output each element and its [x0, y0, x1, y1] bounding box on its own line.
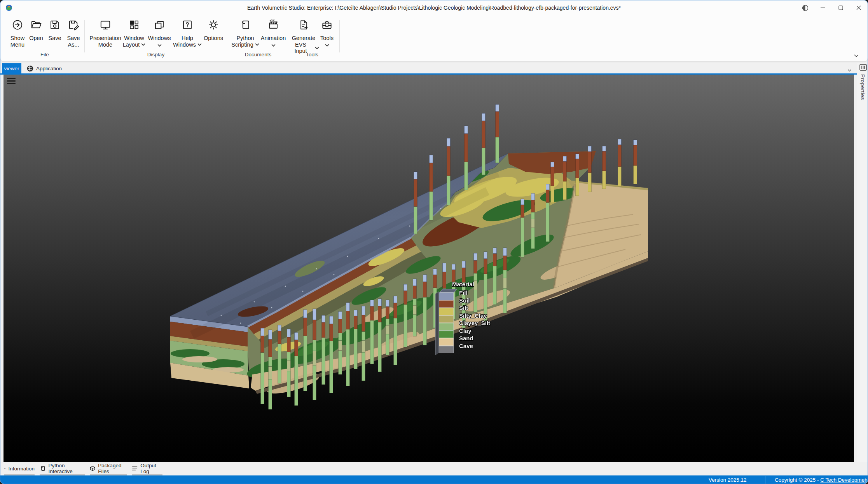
viewer-menu-button[interactable]	[7, 78, 16, 84]
presentation-mode-button[interactable]: PresentationMode	[89, 17, 122, 52]
material-legend: Material Fill Soil Silt	[439, 281, 497, 353]
dropdown-chevron-icon	[255, 43, 259, 46]
legend-cube-silty-clay	[439, 315, 454, 323]
generate-evs-input-button[interactable]: GenerateEVS Input	[288, 17, 319, 52]
tab-output-log[interactable]: Output Log	[132, 463, 162, 474]
status-divider	[765, 476, 765, 484]
ribbon-group-display: Display	[147, 52, 164, 57]
toolbox-icon	[317, 19, 337, 33]
ribbon-separator	[84, 20, 85, 52]
globe-icon	[27, 65, 33, 72]
company-link[interactable]: C Tech Development Corporation	[820, 477, 868, 483]
copyright-text: Copyright © 2025 - C Tech Development Co…	[775, 475, 868, 484]
legend-cube-soil	[439, 300, 454, 308]
tab-python-interactive[interactable]: Python Interactive	[40, 463, 85, 474]
resize-grip[interactable]	[862, 478, 866, 484]
ribbon-group-file: File	[40, 52, 49, 57]
python-scripting-button[interactable]: PythonScripting	[231, 17, 259, 52]
tab-viewer[interactable]: viewer	[2, 63, 21, 73]
info-icon	[4, 465, 5, 472]
document-export-icon	[288, 19, 319, 33]
tab-application[interactable]: Application	[22, 63, 66, 73]
document-tab-strip: viewer Application	[0, 63, 857, 73]
legend-label: Clayey_Silt	[459, 319, 490, 327]
legend-label: Cave	[459, 342, 490, 350]
log-lines-icon	[132, 465, 138, 472]
app-window: Earth Volumetric Studio: Enterprise: I:\…	[0, 0, 868, 484]
package-icon	[90, 465, 95, 472]
gear-icon	[200, 19, 227, 33]
script-icon	[231, 19, 259, 33]
properties-tab[interactable]: Properties	[860, 74, 866, 100]
legend-cube-cave	[439, 346, 454, 353]
maximize-button[interactable]	[832, 0, 850, 15]
theme-toggle-button[interactable]	[796, 0, 814, 15]
legend-column-top-face	[439, 289, 457, 292]
legend-cube-silt	[439, 308, 454, 315]
minimize-button[interactable]	[814, 0, 832, 15]
save-as-icon	[61, 19, 86, 33]
tab-packaged-files[interactable]: Packaged Files	[90, 463, 127, 474]
legend-cube-clayey-silt	[439, 323, 454, 331]
window-layout-icon	[120, 19, 148, 33]
help-windows-button[interactable]: HelpWindows	[172, 17, 203, 52]
window-title: Earth Volumetric Studio: Enterprise: I:\…	[0, 0, 868, 15]
windows-button[interactable]: Windows	[147, 17, 172, 52]
script-icon	[40, 465, 46, 472]
title-bar: Earth Volumetric Studio: Enterprise: I:\…	[0, 0, 868, 15]
legend-cube-clay	[439, 331, 454, 338]
version-label: Version 2025.12	[709, 475, 747, 484]
ribbon-separator	[339, 20, 340, 52]
ribbon-separator	[287, 20, 287, 52]
properties-panel-icon[interactable]	[858, 64, 868, 72]
legend-label: Silt	[459, 304, 490, 312]
viewer-3d-viewport[interactable]: Material Fill Soil Silt	[3, 75, 854, 462]
legend-cube-sand	[439, 338, 454, 346]
header: Earth Volumetric Studio: Enterprise: I:\…	[0, 0, 868, 62]
tab-application-label: Application	[36, 66, 62, 71]
dropdown-chevron-icon	[141, 43, 145, 46]
tools-button[interactable]: Tools	[317, 17, 337, 52]
dropdown-chevron-icon	[157, 44, 162, 47]
legend-label: Sand	[459, 334, 490, 342]
bottom-panel-bar: Information Python Interactive Packaged …	[0, 462, 868, 475]
dropdown-chevron-icon	[325, 44, 329, 47]
options-button[interactable]: Options	[200, 17, 227, 52]
legend-label: Silty_Clay	[459, 312, 490, 320]
legend-cube-fill	[439, 292, 454, 300]
animation-button[interactable]: Animation	[259, 17, 287, 52]
ribbon-collapse-button[interactable]	[854, 52, 859, 59]
help-icon	[172, 19, 203, 33]
close-button[interactable]	[850, 0, 868, 15]
windows-icon	[147, 19, 172, 33]
legend-column-side-face	[435, 291, 439, 355]
tabstrip-chevron-icon[interactable]	[847, 66, 852, 73]
ribbon-group-documents: Documents	[245, 52, 271, 57]
geologic-model-scene	[3, 75, 854, 462]
legend-color-column	[439, 289, 454, 353]
legend-title: Material	[452, 281, 497, 289]
window-layout-button[interactable]: WindowLayout	[120, 17, 148, 52]
ribbon-group-tools: Tools	[306, 52, 318, 57]
status-bar: Version 2025.12 Copyright © 2025 - C Tec…	[0, 475, 868, 484]
monitor-icon	[89, 19, 122, 33]
clapperboard-icon	[259, 19, 287, 33]
legend-label: Soil	[459, 297, 490, 305]
legend-label: Fill	[459, 289, 490, 297]
right-dock-bar: Properties	[857, 63, 868, 462]
ribbon-separator	[228, 20, 228, 52]
dropdown-chevron-icon	[271, 44, 276, 47]
legend-label: Clay	[459, 327, 490, 335]
tab-information[interactable]: Information	[4, 463, 35, 474]
save-as-button[interactable]: SaveAs...	[61, 17, 86, 52]
